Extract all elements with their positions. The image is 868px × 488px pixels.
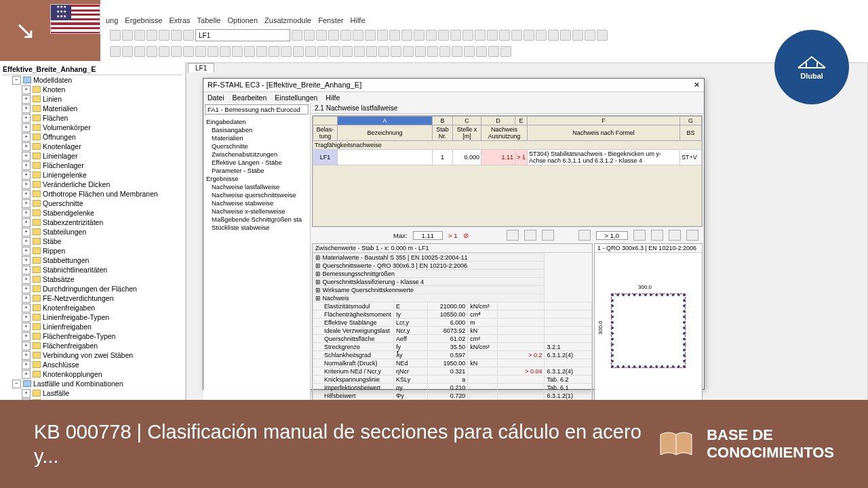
details-section[interactable]: Querschnittsklassifizierung - Klasse 4 — [313, 278, 592, 286]
tree-item[interactable]: Linienfreigaben — [22, 322, 182, 331]
tb-icon[interactable] — [366, 46, 377, 57]
tb-icon[interactable] — [585, 30, 595, 41]
details-row[interactable]: Ideale VerzweigungslastNcr,y6073.92kN — [313, 327, 592, 335]
details-section[interactable]: Wirksame Querschnittskennwerte — [313, 286, 592, 294]
nav-item[interactable]: Materialien — [206, 134, 307, 142]
tb-icon[interactable] — [195, 46, 206, 57]
tree-item[interactable]: Volumenkörper — [22, 123, 182, 132]
tb-icon[interactable] — [304, 30, 315, 41]
tb-icon[interactable] — [452, 46, 462, 57]
details-section[interactable]: Materialwerte - Baustahl S 355 | EN 1002… — [313, 253, 592, 262]
tb-icon[interactable] — [122, 46, 133, 57]
tree-item[interactable]: Rippen — [22, 246, 182, 256]
tree-item[interactable]: Knotenfreigaben — [22, 303, 182, 312]
tb-icon[interactable] — [403, 46, 414, 57]
navigator-tree[interactable]: Effektive_Breite_Anhang_E Modelldaten Kn… — [0, 62, 186, 407]
tb-icon[interactable] — [377, 30, 388, 41]
tb-icon[interactable] — [365, 30, 376, 41]
tree-item[interactable]: Linienfreigabe-Typen — [22, 312, 182, 322]
tb-icon[interactable] — [427, 46, 438, 57]
tb-icon[interactable] — [378, 46, 389, 57]
tb-icon[interactable] — [208, 46, 218, 57]
tb-icon[interactable] — [122, 30, 133, 41]
menu-item[interactable]: Einstellungen — [275, 94, 317, 102]
scale-combo[interactable]: > 1,0 — [596, 231, 628, 240]
tb-icon[interactable] — [183, 30, 194, 41]
details-row[interactable]: Schlankheitsgradλ̄y0.597> 0.26.3.1.2(4) — [313, 351, 592, 359]
nav-heading[interactable]: Ergebnisse — [206, 174, 307, 182]
tree-item[interactable]: Flächenfreigaben — [22, 341, 182, 350]
tb-icon[interactable] — [414, 30, 425, 41]
nav-item[interactable]: Effektive Längen - Stäbe — [206, 158, 307, 166]
tree-item[interactable]: Stabbettungen — [22, 256, 182, 265]
nav-item[interactable]: Maßgebende Schnittgrößen sta — [206, 215, 307, 223]
tb-icon[interactable] — [183, 46, 194, 57]
tb-icon[interactable] — [220, 46, 231, 57]
nav-item[interactable]: Parameter - Stäbe — [206, 166, 307, 174]
menu-item[interactable]: Fenster — [318, 16, 343, 24]
tool-button[interactable] — [686, 230, 698, 241]
tb-icon[interactable] — [476, 46, 487, 57]
nav-item[interactable]: Nachweise querschnittsweise — [206, 190, 307, 199]
tree-item[interactable]: Veränderliche Dicken — [22, 180, 182, 189]
tb-icon[interactable] — [292, 30, 302, 41]
filter-button[interactable] — [542, 230, 554, 241]
tb-icon[interactable] — [450, 30, 461, 41]
details-row[interactable]: HilfsbeiwertΦy0.7206.3.1.2(1) — [313, 392, 592, 400]
tb-icon[interactable] — [281, 46, 292, 57]
details-row[interactable]: Kriterium NEd / Ncr,yηNcr0.321> 0.046.3.… — [313, 367, 592, 375]
tree-item[interactable]: Querschnitte — [22, 199, 182, 208]
details-row[interactable]: Effektive StablängeLcr,y6.000m — [313, 319, 592, 327]
tree-group[interactable]: Lastfälle und Kombinationen — [12, 379, 182, 388]
tree-item[interactable]: Flächen — [22, 113, 182, 123]
tb-icon[interactable] — [572, 30, 583, 41]
tb-icon[interactable] — [110, 30, 121, 41]
tb-icon[interactable] — [293, 46, 304, 57]
tb-icon[interactable] — [475, 30, 486, 41]
tb-icon[interactable] — [146, 30, 157, 41]
tb-icon[interactable] — [488, 46, 499, 57]
menu-item[interactable]: Hilfe — [351, 16, 366, 24]
dialog-titlebar[interactable]: RF-STAHL EC3 - [Effektive_Breite_Anhang_… — [203, 79, 704, 92]
menu-item[interactable]: Hilfe — [326, 94, 340, 102]
nav-item[interactable]: Stückliste stabweise — [206, 223, 307, 231]
tb-icon[interactable] — [232, 46, 243, 57]
tree-item[interactable]: Flächenlager — [22, 161, 182, 170]
tb-icon[interactable] — [391, 46, 401, 57]
tb-icon[interactable] — [110, 46, 121, 57]
tb-icon[interactable] — [159, 30, 170, 41]
nav-item[interactable]: Zwischenabstützungen — [206, 150, 307, 158]
menu-item[interactable]: ung — [106, 16, 118, 24]
tree-item[interactable]: Linien — [22, 94, 182, 104]
nav-item[interactable]: Nachweise stabweise — [206, 199, 307, 207]
nav-item[interactable]: Nachweise lastfallweise — [206, 182, 307, 190]
tree-item[interactable]: Stabexzentrizitäten — [22, 218, 182, 227]
menu-item[interactable]: Optionen — [227, 16, 258, 24]
tb-icon[interactable] — [340, 30, 351, 41]
tb-icon[interactable] — [305, 46, 316, 57]
tb-icon[interactable] — [342, 46, 353, 57]
tree-item[interactable]: Knoten — [22, 85, 182, 94]
tb-icon[interactable] — [171, 46, 182, 57]
close-icon[interactable]: ✕ — [694, 81, 700, 89]
app-menubar[interactable]: ung Ergebnisse Extras Tabelle Optionen Z… — [106, 16, 366, 24]
tree-item[interactable]: Lastfälle — [22, 388, 182, 398]
tb-icon[interactable] — [401, 30, 412, 41]
details-row[interactable]: KnickspannungslinieKSLyaTab. 6.2 — [313, 375, 592, 384]
menu-item[interactable]: Extras — [169, 16, 190, 24]
tb-icon[interactable] — [171, 30, 182, 41]
tb-icon[interactable] — [244, 46, 255, 57]
details-row[interactable]: ElastizitätsmodulE21000.00kN/cm² — [313, 302, 592, 310]
tree-item[interactable]: Flächenfreigabe-Typen — [22, 331, 182, 341]
tool-button[interactable] — [651, 230, 663, 241]
tb-icon[interactable] — [511, 30, 522, 41]
tb-icon[interactable] — [500, 46, 511, 57]
details-section[interactable]: Querschnittswerte - QRO 300x6.3 | EN 102… — [313, 262, 592, 270]
filter-button[interactable] — [507, 230, 519, 241]
tree-item[interactable]: Materialien — [22, 104, 182, 113]
details-row[interactable]: QuerschnittsflächeAeff61.02cm² — [313, 335, 592, 343]
tb-icon[interactable] — [256, 46, 267, 57]
tb-icon[interactable] — [560, 30, 571, 41]
menu-item[interactable]: Datei — [208, 94, 224, 102]
tb-icon[interactable] — [462, 30, 473, 41]
